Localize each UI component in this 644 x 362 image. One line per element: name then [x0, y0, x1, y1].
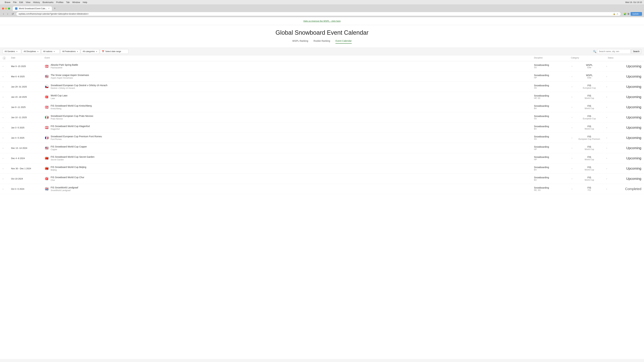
expand-button[interactable]: ›: [3, 157, 3, 160]
row-expand[interactable]: ›: [3, 177, 11, 180]
update-button[interactable]: Update ↑: [630, 12, 642, 16]
category-prev-button[interactable]: ‹: [571, 85, 573, 89]
filter-genders[interactable]: All Genders ▼: [3, 49, 21, 54]
category-next-button[interactable]: ›: [606, 95, 608, 99]
category-next-button[interactable]: ›: [606, 74, 608, 78]
category-prev-button[interactable]: ‹: [571, 187, 573, 191]
menu-items: Brave File Edit View History Bookmarks P…: [5, 1, 87, 3]
row-expand[interactable]: ›: [3, 157, 11, 160]
expand-button[interactable]: ›: [3, 116, 3, 119]
category-prev-button[interactable]: ‹: [571, 95, 573, 99]
menu-window[interactable]: Window: [72, 1, 80, 3]
help-link[interactable]: Help us improve the WSPL - click here: [304, 20, 340, 22]
row-expand[interactable]: ›: [3, 116, 11, 119]
category-prev-button[interactable]: ‹: [571, 105, 573, 109]
search-icon-button[interactable]: 🔍: [593, 50, 596, 53]
category-prev-button[interactable]: ‹: [571, 74, 573, 78]
row-expand[interactable]: ›: [3, 126, 11, 129]
nav-refresh-button[interactable]: ↺: [10, 12, 15, 16]
header-info[interactable]: ℹ: [3, 57, 11, 60]
category-next-button[interactable]: ›: [606, 156, 608, 160]
search-input[interactable]: [597, 49, 630, 54]
event-details: FIS Snowboard World Cup Kreischberg Krei…: [51, 104, 92, 110]
tab-close-btn[interactable]: ✕: [48, 7, 50, 9]
category-next-button[interactable]: ›: [606, 146, 608, 150]
category-next-button[interactable]: ›: [606, 125, 608, 130]
category-prev-button[interactable]: ‹: [571, 166, 573, 170]
nav-forward-button[interactable]: ›: [6, 12, 9, 16]
search-button[interactable]: Search: [631, 49, 641, 54]
category-next-button[interactable]: ›: [606, 115, 608, 119]
category-next-button[interactable]: ›: [606, 105, 608, 109]
expand-button[interactable]: ›: [3, 147, 3, 149]
category-next-button[interactable]: ›: [606, 177, 608, 181]
filter-categories[interactable]: All categories ▼: [81, 49, 99, 54]
category-prev-button[interactable]: ‹: [571, 125, 573, 130]
row-expand[interactable]: ›: [3, 136, 11, 139]
category-next-button[interactable]: ›: [606, 136, 608, 140]
extensions-icon[interactable]: 🧩: [624, 12, 626, 15]
category-next-button[interactable]: ›: [606, 187, 608, 191]
menu-view[interactable]: View: [26, 1, 30, 3]
menu-brave[interactable]: Brave: [5, 1, 10, 3]
category-prev-button[interactable]: ‹: [571, 64, 573, 68]
url-bar[interactable]: wyldata.com/iframes/wspl-calendar?gender…: [16, 12, 621, 16]
settings-icon[interactable]: ⚙: [628, 12, 630, 15]
filter-disciplines[interactable]: All Disciplines ▼: [22, 49, 40, 54]
category-next-button[interactable]: ›: [606, 64, 608, 68]
traffic-light-red[interactable]: [2, 7, 4, 9]
date-range-filter[interactable]: 📅 Select date range: [100, 49, 128, 54]
menu-file[interactable]: File: [13, 1, 16, 3]
row-expand[interactable]: ›: [3, 65, 11, 67]
traffic-light-green[interactable]: [8, 7, 10, 9]
menu-help[interactable]: Help: [83, 1, 87, 3]
filter-federations[interactable]: All Federations ▼: [60, 49, 80, 54]
tab-wspl-ranking[interactable]: WSPL Ranking: [292, 39, 308, 43]
category-prev-button[interactable]: ‹: [571, 156, 573, 160]
expand-button[interactable]: ›: [3, 106, 3, 108]
category-prev-button[interactable]: ‹: [571, 146, 573, 150]
expand-button[interactable]: ›: [3, 65, 3, 67]
event-name: Snowboard European Cup Prato Nevoso: [51, 115, 93, 117]
expand-button[interactable]: ›: [3, 137, 3, 139]
row-expand[interactable]: ›: [3, 75, 11, 78]
category-next-button[interactable]: ›: [606, 166, 608, 170]
expand-button[interactable]: ›: [3, 75, 3, 78]
discipline-cell: Snowboarding HP: [534, 145, 571, 150]
category-prev-button[interactable]: ‹: [571, 136, 573, 140]
tab-event-calendar[interactable]: Event Calendar: [336, 39, 352, 43]
info-icon[interactable]: ℹ: [3, 57, 6, 60]
nav-back-button[interactable]: ‹: [2, 12, 5, 16]
category-next-button[interactable]: ›: [606, 85, 608, 89]
expand-button[interactable]: ›: [3, 188, 3, 190]
browser-tab[interactable]: World Snowboard Event Cale... ✕: [13, 6, 52, 11]
menu-bookmarks[interactable]: Bookmarks: [42, 1, 54, 3]
expand-button[interactable]: ›: [3, 167, 3, 170]
row-expand[interactable]: ›: [3, 188, 11, 190]
row-expand[interactable]: ›: [3, 106, 11, 108]
traffic-light-yellow[interactable]: [5, 7, 7, 9]
menu-history[interactable]: History: [33, 1, 40, 3]
menubar-right-icons: Wed 16. Oct 16:10: [625, 1, 642, 3]
menu-edit[interactable]: Edit: [19, 1, 23, 3]
expand-button[interactable]: ›: [3, 96, 3, 98]
row-expand[interactable]: ›: [3, 95, 11, 98]
menu-profiles[interactable]: Profiles: [56, 1, 64, 3]
row-expand[interactable]: ›: [3, 85, 11, 88]
expand-button[interactable]: ›: [3, 178, 3, 180]
tab-rookie-ranking[interactable]: Rookie Ranking: [314, 39, 330, 43]
menu-tab[interactable]: Tab: [66, 1, 70, 3]
filter-nations[interactable]: All nations ▼: [41, 49, 60, 54]
row-expand[interactable]: ›: [3, 167, 11, 170]
new-tab-button[interactable]: +: [52, 6, 57, 11]
country-flag: 🇨🇳: [44, 156, 49, 160]
category-prev-button[interactable]: ‹: [571, 177, 573, 181]
expand-button[interactable]: ›: [3, 86, 3, 88]
date-placeholder: Select date range: [105, 50, 121, 53]
country-flag: 🇨🇿: [44, 84, 49, 89]
status-cell: Upcoming: [608, 156, 641, 160]
row-expand[interactable]: ›: [3, 147, 11, 149]
category-prev-button[interactable]: ‹: [571, 115, 573, 119]
event-details: FIS SnowWorld Landgraaf SnowWorld Landgr…: [51, 186, 78, 192]
expand-button[interactable]: ›: [3, 126, 3, 129]
